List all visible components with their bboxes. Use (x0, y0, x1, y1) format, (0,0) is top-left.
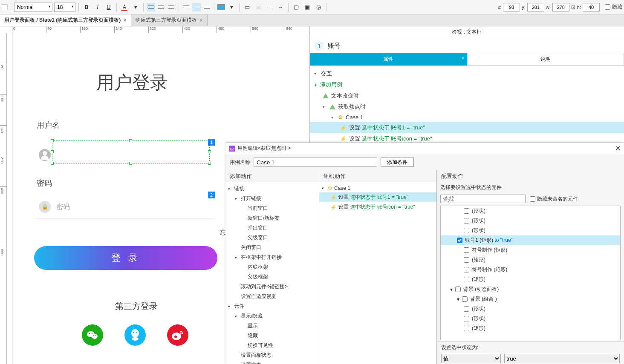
x-input[interactable] (503, 3, 520, 11)
italic-button[interactable]: I (93, 3, 102, 12)
top-toolbar: Normal 18 B I U A ▾ ▾ ▭ ≡ ┄ → ▢ ▣ ◶ x: y… (0, 0, 624, 14)
lock-icon[interactable]: ⊡ (571, 4, 575, 10)
svg-point-2 (89, 333, 90, 334)
tb-blank[interactable] (2, 4, 8, 10)
value-select[interactable]: 值 (441, 354, 501, 363)
border-color[interactable]: ▭ (243, 3, 252, 12)
outer-shadow[interactable]: ▢ (292, 3, 301, 12)
qq-icon[interactable] (124, 324, 146, 346)
action-item[interactable]: 内联框架 (225, 262, 319, 272)
svg-point-3 (92, 333, 92, 334)
action-item[interactable]: ▾显示/隐藏 (225, 311, 319, 321)
action-item[interactable]: 关闭窗口 (225, 243, 319, 252)
align-center-button[interactable] (157, 3, 165, 11)
fontsize-select[interactable]: 18 (54, 3, 75, 12)
org-item[interactable]: ⚡设置 选中状态于 账号icon = "true" (319, 202, 436, 212)
element-item[interactable]: 符号制作 (矩形) (441, 245, 620, 255)
text-color-drop[interactable]: ▾ (131, 3, 140, 12)
align-left-button[interactable] (147, 3, 155, 11)
case-name-input[interactable] (254, 158, 377, 167)
weibo-icon[interactable] (167, 324, 188, 346)
svg-point-4 (93, 335, 94, 336)
action-item[interactable]: 设置文本 (225, 360, 319, 364)
event-row[interactable]: ⚡设置 选中状态于 账号1 = "true" (310, 122, 624, 133)
tab-attributes[interactable]: 属性 (310, 53, 467, 66)
svg-point-9 (136, 332, 138, 333)
border-width[interactable]: ≡ (254, 3, 263, 12)
fill-color-button[interactable] (217, 4, 225, 10)
action-item[interactable]: 弹出窗口 (225, 223, 319, 233)
action-item[interactable]: 当前窗口 (225, 203, 319, 213)
app-icon: rp (229, 146, 235, 152)
lock-icon: 🔒 (39, 201, 51, 213)
event-row[interactable]: 文本改变时 (310, 90, 624, 101)
event-row[interactable]: ▾获取焦点时 (310, 101, 624, 112)
close-icon[interactable]: × (123, 17, 127, 23)
y-input[interactable] (527, 3, 544, 11)
valign-mid-button[interactable] (192, 3, 201, 11)
element-item[interactable]: (形状) (441, 206, 620, 216)
element-item[interactable]: (形状) (441, 226, 620, 235)
action-tree[interactable]: ▾链接▾打开链接当前窗口新窗口/新标签弹出窗口父级窗口关闭窗口▾在框架中打开链接… (225, 182, 319, 364)
action-item[interactable]: 设置面板状态 (225, 350, 319, 360)
login-button[interactable]: 登 录 (34, 246, 217, 270)
tab-description[interactable]: 说明 (467, 53, 624, 66)
action-item[interactable]: 父级框架 (225, 272, 319, 282)
element-item[interactable]: 符号制作 (矩形) (441, 265, 620, 275)
action-item[interactable]: 设置自适应视图 (225, 292, 319, 301)
valign-bot-button[interactable] (202, 3, 211, 11)
element-item[interactable]: ▾背景 (动态面板) (441, 284, 620, 294)
element-item[interactable]: (矩形) (441, 275, 620, 284)
selection-box[interactable] (52, 140, 210, 163)
tab-0[interactable]: 用户登录面板 / State1 (响应式第三方登录页面模板)× (0, 14, 131, 26)
element-item[interactable]: ▾背景 (组合 ) (441, 294, 620, 304)
section-interactions[interactable]: ▾交互 (310, 68, 624, 79)
w-input[interactable] (552, 3, 569, 11)
hide-unnamed-check[interactable]: 隐藏未命名的元件 (530, 195, 578, 203)
corner-radius[interactable]: ◶ (314, 3, 323, 12)
organize-tree[interactable]: ▾⚙Case 1⚡设置 选中状态于 账号1 = "true"⚡设置 选中状态于 … (319, 182, 436, 364)
org-item[interactable]: ⚡设置 选中状态于 账号1 = "true" (319, 192, 436, 202)
state-select[interactable]: true (504, 354, 620, 363)
element-item[interactable]: (形状) (441, 216, 620, 226)
element-item[interactable]: (矩形) (441, 255, 620, 265)
valign-top-button[interactable] (182, 3, 191, 11)
action-item[interactable]: 滚动到元件<锚链接> (225, 282, 319, 292)
inner-shadow[interactable]: ▣ (303, 3, 312, 12)
login-title: 用户登录 (96, 71, 168, 95)
border-style[interactable]: ┄ (265, 3, 274, 12)
close-icon[interactable]: × (199, 17, 203, 23)
event-row[interactable]: ▾⚙Case 1 (310, 112, 624, 122)
action-item[interactable]: 隐藏 (225, 331, 319, 341)
element-item[interactable]: (矩形) (441, 324, 620, 333)
action-item[interactable]: 父级窗口 (225, 233, 319, 243)
element-list[interactable]: (形状)(形状)(形状)账号1 (矩形) to "true"符号制作 (矩形)(… (440, 206, 621, 340)
text-color-button[interactable]: A (120, 3, 129, 12)
underline-button[interactable]: U (104, 3, 113, 12)
action-item[interactable]: ▾元件 (225, 301, 319, 311)
tab-1[interactable]: 响应式第三方登录页面模板× (131, 14, 208, 26)
wechat-icon[interactable] (82, 324, 103, 346)
action-item[interactable]: ▾在框架中打开链接 (225, 252, 319, 262)
case-name-label: 用例名称 (230, 159, 250, 166)
h-input[interactable] (583, 3, 600, 11)
fill-drop[interactable]: ▾ (227, 3, 236, 12)
element-item[interactable]: (形状) (441, 304, 620, 314)
add-condition-button[interactable]: 添加条件 (381, 158, 414, 167)
action-item[interactable]: ▾打开链接 (225, 194, 319, 203)
org-item[interactable]: ▾⚙Case 1 (319, 184, 436, 192)
hidden-check[interactable]: 隐藏 (605, 3, 622, 11)
bold-button[interactable]: B (82, 3, 91, 12)
action-item[interactable]: 切换可见性 (225, 341, 319, 350)
arrow-style[interactable]: → (276, 3, 285, 12)
element-item[interactable]: 账号1 (矩形) to "true" (441, 235, 620, 245)
element-item[interactable]: (形状) (441, 314, 620, 324)
action-item[interactable]: 新窗口/新标签 (225, 213, 319, 223)
close-icon[interactable]: ✕ (615, 144, 621, 152)
search-input[interactable] (440, 195, 526, 203)
add-case-link[interactable]: +添加用例 (310, 79, 624, 90)
style-select[interactable]: Normal (14, 3, 52, 12)
action-item[interactable]: ▾链接 (225, 184, 319, 194)
align-right-button[interactable] (167, 3, 176, 11)
action-item[interactable]: 显示 (225, 321, 319, 331)
